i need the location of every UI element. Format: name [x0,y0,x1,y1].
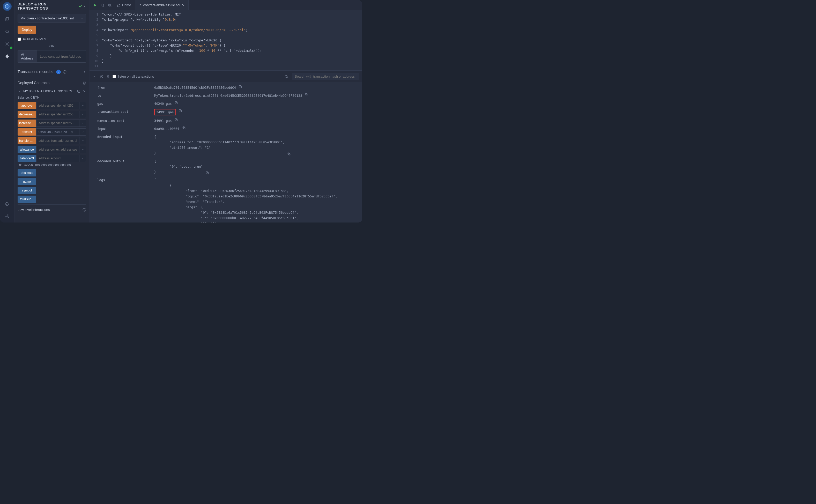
code-content[interactable]: "c-cmt">// SPDX-License-Identifier: MIT … [102,12,362,69]
copy-icon[interactable] [174,118,178,122]
fn-button-allowance[interactable]: allowance [18,146,36,153]
panel-title: DEPLOY & RUN TRANSACTIONS [14,0,89,12]
listen-input[interactable] [113,75,116,78]
icon-sidebar [0,0,14,223]
listen-label: listen on all transactions [118,75,154,78]
publish-ipfs-checkbox[interactable]: Publish to IPFS [18,37,86,41]
tab-home[interactable]: Home [113,0,135,10]
tx-key-to: to [97,93,154,98]
tx-recorded-section[interactable]: Transactions recorded 9 [18,66,86,77]
home-icon [117,3,121,7]
run-icon[interactable] [92,2,99,9]
svg-line-28 [287,77,288,78]
close-icon[interactable] [83,90,86,93]
svg-rect-1 [6,17,9,20]
panel-body: MyToken - contract-ab9d7e193c.sol Deploy… [14,12,89,216]
chevron-right-icon[interactable] [83,4,86,8]
deploy-button[interactable]: Deploy [18,26,36,34]
ban-icon[interactable] [100,75,103,78]
fn-expand-approve[interactable] [79,102,86,109]
svg-point-27 [285,75,287,77]
tab-home-label: Home [122,3,131,7]
tab-contract-file[interactable]: contract-ab9d7e193c.sol [135,0,189,10]
search-icon[interactable] [3,27,12,36]
fn-expand-allowance[interactable] [79,146,86,153]
terminal-search-input[interactable] [292,73,359,80]
fn-expand-transferFr[interactable] [79,137,86,144]
fn-button-transfer[interactable]: transfer [18,128,36,136]
fn-expand-balanceOf[interactable] [79,155,86,162]
tx-key-txcost: transaction cost [97,109,154,114]
fn-input-approve[interactable] [36,102,79,109]
at-address-input[interactable] [37,50,86,63]
line-gutter: 1234567891011 [90,12,102,69]
copy-icon[interactable] [305,93,308,97]
sort-icon [81,17,83,20]
info-icon[interactable] [83,208,86,212]
fn-button-decimals[interactable]: decimals [18,169,36,176]
fn-button-increaseA[interactable]: increaseA... [18,120,36,127]
editor-toolbar: Home contract-ab9d7e193c.sol [90,0,362,10]
fn-expand-transfer[interactable] [79,128,86,136]
trash-icon[interactable] [83,81,86,85]
fn-expand-increaseA[interactable] [79,120,86,127]
panel-title-text: DEPLOY & RUN TRANSACTIONS [18,2,77,10]
deployed-title: Deployed Contracts [18,81,49,85]
tx-val-logs-pre: [ { "from": "0xd9145CCE52D386f254917e481… [154,177,357,223]
copy-icon[interactable] [182,126,186,130]
collapse-icon[interactable] [93,75,96,78]
search-icon[interactable] [285,75,288,78]
deploy-panel: DEPLOY & RUN TRANSACTIONS MyToken - cont… [14,0,90,223]
copy-icon[interactable] [287,152,291,156]
copy-icon[interactable] [239,85,242,88]
remix-logo-icon[interactable] [3,2,12,11]
chevron-right-icon[interactable] [83,70,86,74]
close-icon[interactable] [182,4,185,7]
plugin-icon[interactable] [3,199,12,209]
copy-icon[interactable] [179,109,182,113]
fn-button-name[interactable]: name [18,178,36,185]
tx-key-from: from [97,85,154,90]
fn-input-transferFr[interactable] [36,137,79,144]
tx-recorded-label: Transactions recorded [18,70,54,74]
contract-select[interactable]: MyToken - contract-ab9d7e193c.sol [18,14,86,23]
fn-button-decrease[interactable]: decrease... [18,111,36,118]
code-editor[interactable]: 1234567891011 "c-cmt">// SPDX-License-Id… [90,10,362,70]
or-label: OR [18,44,86,48]
fn-row-decrease: decrease... [18,111,86,118]
fn-input-decrease[interactable] [36,111,79,118]
at-address-button[interactable]: At Address [18,50,37,63]
chevron-down-icon[interactable] [18,90,21,93]
tx-key-decout: decoded output [97,158,154,164]
deploy-icon[interactable] [3,52,12,61]
fn-expand-decrease[interactable] [79,111,86,118]
fn-button-approve[interactable]: approve [18,102,36,109]
pending-count: 0 [107,75,109,78]
fn-input-allowance[interactable] [36,146,79,153]
fn-button-transferFr[interactable]: transferFr... [18,137,36,144]
info-icon[interactable] [63,70,66,74]
fn-input-balanceOf[interactable] [36,155,79,162]
fn-input-increaseA[interactable] [36,120,79,127]
fn-row-approve: approve [18,102,86,109]
compiler-icon[interactable] [3,39,12,49]
svg-rect-2 [6,18,8,21]
fn-button-balanceOf[interactable]: balanceOf [18,155,36,162]
copy-icon[interactable] [174,101,178,105]
publish-ipfs-input[interactable] [18,38,21,41]
copy-icon[interactable] [205,171,209,175]
deployed-contracts-section: Deployed Contracts [18,77,86,87]
settings-icon[interactable] [3,212,12,221]
check-icon [79,4,83,8]
files-icon[interactable] [3,14,12,24]
listen-checkbox[interactable]: listen on all transactions [113,75,154,78]
zoom-out-icon[interactable] [99,2,106,9]
fn-button-totalSup[interactable]: totalSup... [18,196,36,203]
zoom-in-icon[interactable] [106,2,113,9]
tx-val-input: 0xa90...00001 [154,126,180,131]
fn-button-symbol[interactable]: symbol [18,187,36,194]
tx-val-gas: 40240 gas [154,101,172,106]
svg-point-0 [5,5,9,9]
fn-input-transfer[interactable] [36,128,79,136]
copy-icon[interactable] [77,90,80,93]
